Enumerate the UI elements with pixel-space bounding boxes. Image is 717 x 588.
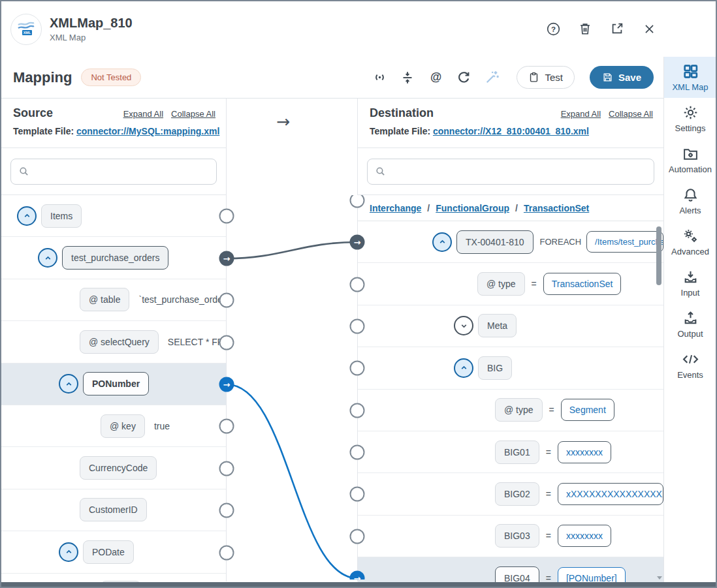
- status-badge: Not Tested: [81, 69, 141, 86]
- broadcast-icon[interactable]: [371, 69, 388, 86]
- source-row-customerid[interactable]: CustomerID: [1, 489, 226, 531]
- node-label[interactable]: @ selectQuery: [80, 330, 159, 354]
- sidebar-item-output[interactable]: Output: [664, 303, 716, 345]
- node-value[interactable]: xXXXXXXXXXXXXXXXXX...: [558, 483, 663, 505]
- header-titles: XMLMap_810 XML Map: [50, 16, 133, 42]
- refresh-icon[interactable]: [455, 69, 472, 86]
- sidebar-item-label: Output: [677, 329, 703, 339]
- node-label[interactable]: TX-00401-810: [456, 230, 534, 254]
- source-row-ponumber[interactable]: PONumber: [1, 364, 226, 405]
- map-direction-arrow-icon: →: [276, 112, 290, 131]
- destination-row-big03[interactable]: BIG03 = xxxxxxxx: [358, 516, 663, 557]
- collapse-vertical-icon[interactable]: [399, 69, 416, 86]
- node-label[interactable]: PODate: [83, 540, 134, 564]
- source-title: Source: [13, 106, 53, 120]
- collapse-chevron-icon[interactable]: [17, 206, 37, 226]
- source-row-items[interactable]: Items: [1, 195, 226, 237]
- node-label[interactable]: @ type: [477, 272, 525, 296]
- folder-gear-icon: [682, 145, 699, 162]
- destination-row-big02[interactable]: BIG02 = xXXXXXXXXXXXXXXXXX...: [358, 473, 663, 515]
- horizontal-scrollbar[interactable]: [1, 582, 716, 587]
- source-expand-all-link[interactable]: Expand All: [123, 109, 163, 119]
- destination-template-label: Template File:: [370, 126, 430, 136]
- source-search-area: [1, 148, 226, 195]
- upload-tray-icon: [682, 309, 699, 326]
- breadcrumb-functionalgroup-link[interactable]: FunctionalGroup: [436, 203, 509, 213]
- destination-row-type-transactionset[interactable]: @ type = TransactionSet: [358, 263, 663, 305]
- destination-row-big[interactable]: BIG: [358, 347, 663, 389]
- node-label[interactable]: @ key: [101, 414, 145, 438]
- breadcrumb-separator: /: [515, 203, 518, 213]
- destination-row-tx[interactable]: TX-00401-810 FOREACH /Items/test_purchas…: [358, 221, 663, 263]
- node-label[interactable]: BIG01: [495, 441, 539, 464]
- collapse-chevron-icon[interactable]: [59, 374, 78, 394]
- xml-map-window: XML XMLMap_810 XML Map ?: [0, 0, 717, 588]
- collapse-chevron-icon[interactable]: [59, 542, 78, 562]
- destination-expand-all-link[interactable]: Expand All: [561, 109, 601, 119]
- node-value[interactable]: xxxxxxxx: [558, 441, 611, 463]
- breadcrumb-transactionset-link[interactable]: TransactionSet: [524, 203, 589, 213]
- source-row-currencycode[interactable]: CurrencyCode: [1, 447, 226, 489]
- magic-wand-icon[interactable]: [483, 69, 500, 86]
- destination-search-box[interactable]: [367, 159, 654, 185]
- source-template-link[interactable]: connector://MySQL:mapping.xml: [76, 126, 219, 136]
- foreach-value[interactable]: /Items/test_purchase_...: [586, 231, 663, 253]
- mapper-column: [227, 98, 357, 581]
- source-search-box[interactable]: [10, 159, 217, 185]
- source-collapse-all-link[interactable]: Collapse All: [171, 109, 215, 119]
- right-sidebar: XML Map Settings Automation: [663, 57, 716, 587]
- node-label[interactable]: CustomerID: [80, 498, 147, 521]
- divider: [1, 98, 716, 99]
- node-label[interactable]: BIG03: [495, 524, 539, 548]
- sidebar-item-events[interactable]: Events: [664, 345, 716, 386]
- at-sign-icon[interactable]: @: [427, 69, 444, 86]
- sidebar-item-settings[interactable]: Settings: [664, 98, 716, 139]
- xml-map-logo-icon: XML: [10, 14, 42, 45]
- destination-row-big01[interactable]: BIG01 = xxxxxxxx: [358, 431, 663, 473]
- breadcrumb-interchange-link[interactable]: Interchange: [370, 203, 421, 213]
- source-row-table-attr[interactable]: @ table `test_purchase_orders`: [1, 279, 226, 321]
- destination-row-meta[interactable]: Meta: [358, 305, 663, 347]
- node-label[interactable]: CurrencyCode: [80, 456, 157, 480]
- node-value[interactable]: TransactionSet: [543, 273, 622, 295]
- node-value[interactable]: xxxxxxxx: [558, 525, 611, 547]
- node-value[interactable]: Segment: [561, 399, 614, 421]
- destination-row-type-segment[interactable]: @ type = Segment: [358, 390, 663, 431]
- destination-panel-header: Destination Expand All Collapse All Temp…: [358, 98, 663, 148]
- source-search-input[interactable]: [35, 166, 209, 178]
- search-icon: [375, 166, 386, 177]
- sidebar-item-alerts[interactable]: Alerts: [664, 180, 716, 221]
- node-label[interactable]: PONumber: [83, 372, 149, 395]
- destination-collapse-all-link[interactable]: Collapse All: [609, 109, 653, 119]
- sidebar-item-input[interactable]: Input: [664, 262, 716, 303]
- node-label[interactable]: test_purchase_orders: [62, 246, 168, 270]
- destination-template-link[interactable]: connector://X12_810:00401_810.xml: [433, 126, 589, 136]
- sidebar-item-automation[interactable]: Automation: [664, 139, 716, 180]
- source-row-podate[interactable]: PODate: [1, 531, 226, 573]
- destination-scrollbar-thumb[interactable]: [656, 226, 661, 285]
- node-label[interactable]: BIG: [478, 356, 512, 380]
- close-icon[interactable]: [641, 21, 657, 37]
- equals-sign: =: [532, 279, 537, 289]
- scrollbar-down-arrow-icon[interactable]: [657, 576, 662, 580]
- collapse-chevron-icon[interactable]: [432, 232, 452, 252]
- source-row-selectquery-attr[interactable]: @ selectQuery SELECT * FROM: [1, 321, 226, 363]
- node-label[interactable]: @ table: [80, 288, 129, 311]
- collapse-chevron-icon[interactable]: [454, 358, 473, 378]
- source-row-test-purchase-orders[interactable]: test_purchase_orders: [1, 237, 226, 279]
- expand-chevron-icon[interactable]: [454, 316, 473, 335]
- help-icon[interactable]: ?: [545, 21, 561, 37]
- open-in-new-icon[interactable]: [609, 21, 625, 37]
- save-button[interactable]: Save: [590, 66, 654, 89]
- test-button[interactable]: Test: [517, 66, 575, 89]
- sidebar-item-xml-map[interactable]: XML Map: [664, 57, 716, 98]
- sidebar-item-advanced[interactable]: Advanced: [664, 221, 716, 262]
- node-label[interactable]: @ type: [495, 398, 543, 422]
- node-label[interactable]: Items: [41, 204, 82, 228]
- source-row-key-attr[interactable]: @ key true: [1, 405, 226, 447]
- node-label[interactable]: Meta: [478, 314, 517, 337]
- node-label[interactable]: BIG02: [495, 482, 539, 506]
- collapse-chevron-icon[interactable]: [38, 248, 57, 268]
- trash-icon[interactable]: [577, 21, 593, 37]
- destination-search-input[interactable]: [391, 166, 646, 178]
